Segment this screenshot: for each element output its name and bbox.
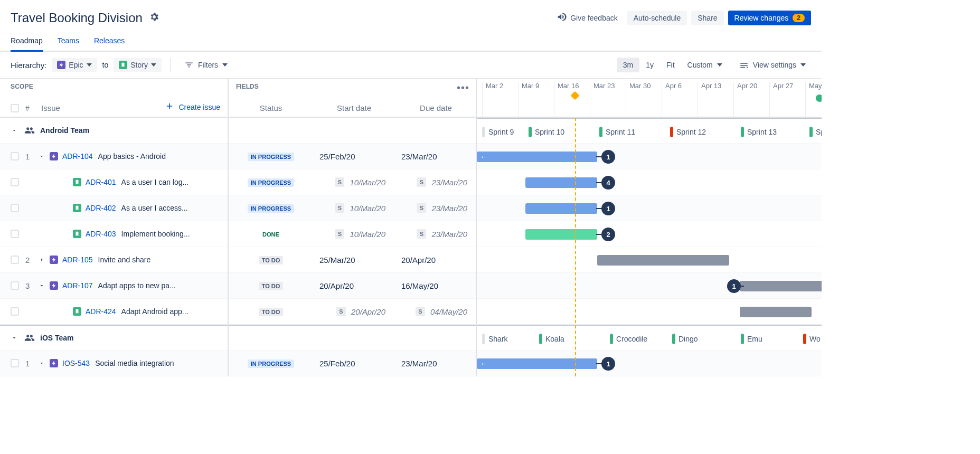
view-settings-button[interactable]: View settings — [734, 57, 811, 73]
sprint-label[interactable]: Sprint 9 — [482, 126, 514, 138]
status-badge[interactable]: TO DO — [259, 256, 284, 264]
row-checkbox[interactable] — [11, 178, 19, 186]
sprint-label[interactable]: Koala — [539, 333, 564, 345]
dependency-count[interactable]: 4 — [601, 176, 615, 190]
issue-row[interactable]: 1ADR-104App basics - Android — [0, 144, 228, 169]
timeline-bar[interactable] — [525, 229, 597, 240]
row-checkbox[interactable] — [11, 281, 19, 290]
dependency-count[interactable]: 1 — [727, 279, 741, 293]
dependency-count[interactable]: 1 — [601, 150, 615, 164]
give-feedback-button[interactable]: Give feedback — [551, 8, 623, 27]
team-row[interactable]: iOS Team — [0, 325, 228, 351]
timeline-bar[interactable] — [740, 307, 812, 317]
expand-toggle[interactable] — [38, 257, 45, 263]
start-date[interactable]: S10/Mar/20 — [313, 177, 395, 187]
row-checkbox[interactable] — [11, 256, 19, 264]
timeline-bar[interactable] — [525, 177, 597, 188]
tab-roadmap[interactable]: Roadmap — [11, 33, 43, 52]
start-date[interactable]: 25/Mar/20 — [313, 256, 395, 264]
gear-icon[interactable] — [149, 12, 159, 24]
start-date[interactable]: S20/Apr/20 — [313, 307, 395, 316]
row-checkbox[interactable] — [11, 359, 19, 367]
row-checkbox[interactable] — [11, 307, 19, 316]
status-badge[interactable]: DONE — [259, 230, 282, 239]
issue-key[interactable]: ADR-401 — [86, 178, 116, 186]
review-changes-button[interactable]: Review changes 2 — [728, 11, 811, 25]
timeline-bar[interactable] — [597, 255, 729, 266]
dependency-count[interactable]: 1 — [601, 357, 615, 371]
timeline-bar[interactable] — [525, 203, 597, 214]
status-badge[interactable]: IN PROGRESS — [248, 360, 294, 368]
row-checkbox[interactable] — [11, 204, 19, 212]
due-date[interactable]: 16/May/20 — [395, 281, 477, 290]
issue-row[interactable]: 2ADR-105Invite and share — [0, 247, 228, 273]
issue-key[interactable]: IOS-543 — [62, 359, 90, 367]
team-row[interactable]: Android Team — [0, 118, 228, 144]
select-all-checkbox[interactable] — [11, 104, 19, 112]
hierarchy-to-select[interactable]: Story — [114, 58, 162, 72]
tab-teams[interactable]: Teams — [58, 33, 79, 52]
sprint-label[interactable]: Wo — [803, 333, 821, 345]
sprint-label[interactable]: Sprint 10 — [529, 126, 564, 138]
issue-row[interactable]: 3ADR-107Adapt apps to new pa... — [0, 273, 228, 299]
due-date[interactable]: S04/May/20 — [395, 307, 477, 316]
issue-key[interactable]: ADR-424 — [86, 307, 116, 316]
dependency-count[interactable]: 1 — [601, 202, 615, 215]
status-badge[interactable]: TO DO — [259, 282, 284, 290]
sprint-label[interactable]: Sprint 11 — [599, 126, 635, 138]
due-date[interactable]: 23/Mar/20 — [395, 152, 477, 161]
start-date[interactable]: 25/Feb/20 — [313, 359, 395, 368]
sprint-label[interactable]: Dingo — [672, 333, 698, 345]
zoom-3m[interactable]: 3m — [617, 58, 639, 72]
sprint-label[interactable]: Sprint 12 — [670, 126, 706, 138]
share-button[interactable]: Share — [691, 11, 723, 25]
row-checkbox[interactable] — [11, 152, 19, 160]
status-badge[interactable]: TO DO — [259, 308, 284, 316]
expand-toggle[interactable] — [11, 335, 18, 341]
release-marker-icon[interactable] — [816, 94, 822, 102]
sprint-label[interactable]: Emu — [741, 333, 762, 345]
sprint-label[interactable]: Crocodile — [610, 333, 647, 345]
start-date[interactable]: 25/Feb/20 — [313, 152, 395, 161]
issue-key[interactable]: ADR-403 — [86, 230, 116, 238]
issue-row[interactable]: ADR-424Adapt Android app... — [0, 299, 228, 325]
issue-row[interactable]: ADR-402As a user I access... — [0, 195, 228, 221]
tab-releases[interactable]: Releases — [94, 33, 125, 52]
timeline-bar[interactable] — [740, 281, 822, 291]
dependency-count[interactable]: 2 — [601, 228, 615, 241]
auto-schedule-button[interactable]: Auto-schedule — [627, 11, 687, 25]
issue-key[interactable]: ADR-402 — [86, 204, 116, 212]
row-checkbox[interactable] — [11, 230, 19, 238]
sprint-label[interactable]: Shark — [482, 333, 508, 345]
issue-row[interactable]: ADR-403Implement booking... — [0, 221, 228, 247]
hierarchy-from-select[interactable]: Epic — [52, 58, 97, 72]
start-date[interactable]: S10/Mar/20 — [313, 229, 395, 239]
issue-key[interactable]: ADR-107 — [62, 281, 93, 290]
status-badge[interactable]: IN PROGRESS — [248, 204, 294, 213]
expand-toggle[interactable] — [38, 282, 45, 289]
sprint-label[interactable]: Sprint 13 — [741, 126, 777, 138]
create-issue-button[interactable]: Create issue — [165, 101, 220, 112]
expand-toggle[interactable] — [11, 127, 18, 134]
status-badge[interactable]: IN PROGRESS — [248, 178, 294, 187]
status-badge[interactable]: IN PROGRESS — [248, 153, 294, 161]
fields-menu-icon[interactable]: ••• — [457, 82, 469, 94]
start-date[interactable]: 20/Apr/20 — [313, 281, 395, 290]
issue-key[interactable]: ADR-104 — [62, 152, 93, 160]
due-date[interactable]: S23/Mar/20 — [395, 203, 477, 213]
zoom-fit[interactable]: Fit — [660, 58, 681, 72]
due-date[interactable]: 20/Apr/20 — [395, 256, 477, 264]
expand-toggle[interactable] — [38, 153, 45, 159]
zoom-1y[interactable]: 1y — [639, 58, 660, 72]
timeline-bar[interactable]: ← — [477, 152, 597, 162]
due-date[interactable]: S23/Mar/20 — [395, 177, 477, 187]
due-date[interactable]: 23/Mar/20 — [395, 359, 477, 368]
expand-toggle[interactable] — [38, 360, 45, 366]
zoom-custom[interactable]: Custom — [681, 58, 729, 72]
issue-row[interactable]: ADR-401As a user I can log... — [0, 169, 228, 195]
due-date[interactable]: S23/Mar/20 — [395, 229, 477, 239]
sprint-label[interactable]: Spr — [809, 126, 822, 138]
timeline-bar[interactable]: ← — [477, 358, 597, 369]
start-date[interactable]: S10/Mar/20 — [313, 203, 395, 213]
issue-row[interactable]: 1IOS-543Social media integration — [0, 351, 228, 376]
